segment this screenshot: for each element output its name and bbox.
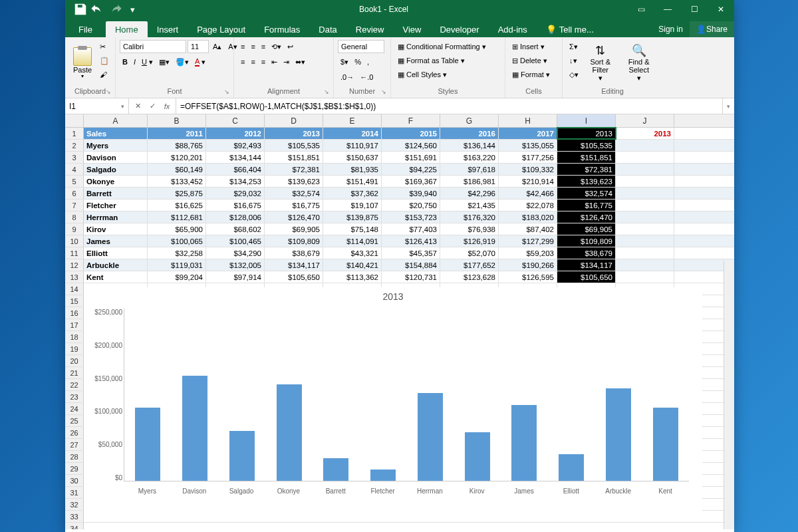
- cell-value[interactable]: $126,470: [265, 211, 323, 223]
- cell-name[interactable]: Barrett: [84, 188, 148, 199]
- cell-value[interactable]: $52,070: [440, 247, 499, 259]
- cell-name[interactable]: Arbuckle: [84, 259, 148, 271]
- decrease-indent-button[interactable]: ⇤: [269, 55, 280, 68]
- cell-empty[interactable]: [616, 200, 674, 211]
- autosum-button[interactable]: Σ▾: [567, 40, 581, 53]
- border-button[interactable]: ▦▾: [156, 55, 172, 68]
- cell-value[interactable]: $183,020: [499, 211, 557, 223]
- align-bottom-button[interactable]: ≡: [259, 40, 268, 53]
- cell-value[interactable]: $120,731: [382, 271, 440, 283]
- row-header[interactable]: 2: [65, 140, 84, 151]
- cell-lookup[interactable]: $109,809: [557, 235, 616, 247]
- cell-value[interactable]: $16,625: [148, 200, 206, 211]
- row-header[interactable]: 25: [65, 415, 84, 426]
- tab-formulas[interactable]: Formulas: [255, 21, 309, 37]
- col-header-D[interactable]: D: [265, 114, 323, 127]
- cell-name[interactable]: Okonye: [84, 176, 148, 187]
- align-right-button[interactable]: ≡: [259, 55, 268, 68]
- col-header-G[interactable]: G: [440, 114, 499, 127]
- cell-empty[interactable]: [616, 271, 674, 283]
- cell-value[interactable]: $139,875: [323, 211, 382, 223]
- cell-value[interactable]: $32,574: [265, 188, 323, 199]
- italic-button[interactable]: I: [131, 55, 138, 68]
- cell-empty[interactable]: [616, 152, 674, 163]
- chart-bar[interactable]: [135, 408, 160, 481]
- increase-decimal-button[interactable]: .0→: [338, 70, 356, 84]
- cell-year-header[interactable]: 2014: [323, 128, 382, 139]
- cell-value[interactable]: $109,332: [499, 164, 557, 175]
- align-left-button[interactable]: ≡: [238, 55, 247, 68]
- cell-lookup[interactable]: $105,535: [557, 140, 616, 151]
- chart-bar[interactable]: [370, 469, 396, 481]
- number-launcher[interactable]: ↘: [381, 88, 389, 96]
- cell-value[interactable]: $150,637: [323, 152, 382, 163]
- row-header[interactable]: 3: [65, 152, 84, 163]
- tab-insert[interactable]: Insert: [148, 21, 188, 37]
- row-header[interactable]: 32: [65, 499, 84, 510]
- cell-value[interactable]: $132,005: [206, 259, 265, 271]
- cell-value[interactable]: $42,296: [440, 188, 499, 199]
- row-header[interactable]: 15: [65, 295, 84, 307]
- increase-font-button[interactable]: A▴: [210, 40, 224, 53]
- cell-value[interactable]: $153,723: [382, 211, 440, 223]
- row-header[interactable]: 20: [65, 355, 84, 366]
- spreadsheet-grid[interactable]: ABCDEFGHIJ 1Sales20112012201320142015201…: [65, 114, 734, 529]
- row-header[interactable]: 11: [65, 247, 84, 259]
- minimize-button[interactable]: —: [654, 0, 681, 19]
- cell-value[interactable]: $19,107: [323, 200, 382, 211]
- cell-lookup[interactable]: $105,650: [557, 271, 616, 283]
- tab-file[interactable]: File: [65, 21, 106, 37]
- cell-name[interactable]: Salgado: [84, 164, 148, 175]
- chart-bar[interactable]: [465, 432, 490, 481]
- cell-value[interactable]: $139,623: [265, 176, 323, 187]
- cell-lookup[interactable]: $32,574: [557, 188, 616, 199]
- format-as-table-button[interactable]: ▦ Format as Table▾: [395, 54, 501, 67]
- cell-value[interactable]: $135,055: [499, 140, 557, 151]
- cell-empty[interactable]: [616, 164, 674, 175]
- formula-expand-button[interactable]: ▾: [722, 98, 734, 114]
- chart-bar[interactable]: [182, 376, 207, 481]
- cell-name[interactable]: Fletcher: [84, 200, 148, 211]
- row-header[interactable]: 13: [65, 271, 84, 283]
- row-header[interactable]: 8: [65, 211, 84, 223]
- tab-home[interactable]: Home: [106, 21, 148, 37]
- cell-name[interactable]: Elliott: [84, 247, 148, 259]
- cell-value[interactable]: $16,675: [206, 200, 265, 211]
- cell-value[interactable]: $99,204: [148, 271, 206, 283]
- cell-name[interactable]: Kent: [84, 271, 148, 283]
- cell-name[interactable]: James: [84, 235, 148, 247]
- paste-button[interactable]: Paste▾: [69, 40, 96, 87]
- cell-value[interactable]: $92,493: [206, 140, 265, 151]
- cell-lookup[interactable]: $151,851: [557, 152, 616, 163]
- cell-value[interactable]: $210,914: [499, 176, 557, 187]
- chart-bar[interactable]: [277, 384, 302, 481]
- cell-value[interactable]: $29,032: [206, 188, 265, 199]
- row-header[interactable]: 14: [65, 283, 84, 295]
- cell-year-header[interactable]: 2015: [382, 128, 440, 139]
- sort-filter-button[interactable]: ⇅Sort & Filter▾: [583, 40, 618, 87]
- cell-value[interactable]: $151,851: [265, 152, 323, 163]
- cell-value[interactable]: $43,321: [323, 247, 382, 259]
- font-name-input[interactable]: [120, 40, 186, 53]
- cell-value[interactable]: $88,765: [148, 140, 206, 151]
- col-header-B[interactable]: B: [148, 114, 206, 127]
- cell-value[interactable]: $126,413: [382, 235, 440, 247]
- chart-bar[interactable]: [606, 388, 631, 481]
- chart-bar[interactable]: [511, 405, 537, 481]
- row-header[interactable]: 23: [65, 391, 84, 402]
- cell-value[interactable]: $76,938: [440, 223, 499, 235]
- row-header[interactable]: 1: [65, 128, 84, 139]
- cell-value[interactable]: $32,258: [148, 247, 206, 259]
- cell-value[interactable]: $120,201: [148, 152, 206, 163]
- cell-value[interactable]: $22,078: [499, 200, 557, 211]
- cell-value[interactable]: $59,203: [499, 247, 557, 259]
- name-box[interactable]: ▾: [65, 98, 129, 114]
- currency-button[interactable]: $▾: [338, 55, 351, 68]
- cell-value[interactable]: $169,367: [382, 176, 440, 187]
- cell-empty[interactable]: [616, 188, 674, 199]
- cell-lookup[interactable]: $69,905: [557, 223, 616, 235]
- row-header[interactable]: 29: [65, 463, 84, 474]
- cell-value[interactable]: $127,299: [499, 235, 557, 247]
- cell-year-header[interactable]: 2016: [440, 128, 499, 139]
- row-header[interactable]: 27: [65, 439, 84, 450]
